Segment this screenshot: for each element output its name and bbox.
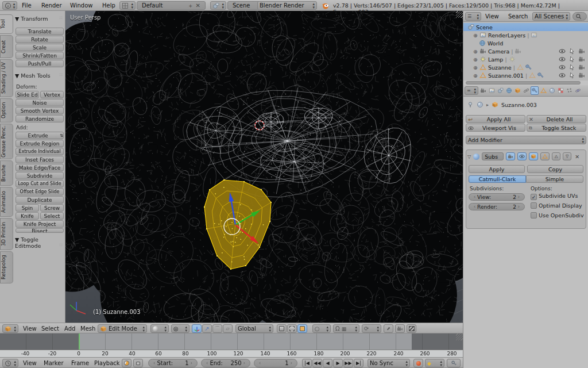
extrude-region-button[interactable]: Extrude Region [16, 140, 64, 147]
tab-constraints[interactable] [522, 86, 530, 95]
tab-particles[interactable] [565, 86, 573, 95]
bisect-button[interactable]: Bisect [16, 228, 64, 233]
opengl-render-anim-button[interactable] [407, 324, 416, 333]
menu-help[interactable]: Help [99, 0, 119, 11]
editor-type-properties-button[interactable]: ≡▴▾ [465, 86, 478, 95]
renderability-camera-icon[interactable] [578, 56, 585, 63]
layout-add-icon[interactable]: ＋ [188, 2, 194, 10]
modifier-viewport-toggle[interactable] [517, 152, 527, 160]
selectability-cursor-icon[interactable] [568, 56, 575, 63]
editor-type-3dview-button[interactable]: ▴▾ [2, 324, 18, 333]
use-opensubdiv-option[interactable]: Use OpenSubdiv [531, 212, 584, 218]
rotate-button[interactable]: Rotate [16, 36, 64, 43]
timeline-marker-menu[interactable]: Marker [40, 358, 67, 368]
subdiv-render-field[interactable]: ‹ Render:2 › [469, 203, 525, 210]
keying-set-select[interactable]: ◆▴▾ [425, 359, 444, 367]
screen-layout-field[interactable]: Default＋✕ [137, 1, 206, 10]
knife-project-button[interactable]: Knife Project [16, 220, 64, 228]
outliner-search-box[interactable] [572, 12, 587, 21]
scale-button[interactable]: Scale [16, 44, 64, 51]
layout-delete-icon[interactable]: ✕ [196, 2, 200, 9]
tab-physics[interactable] [574, 86, 582, 95]
knife-button[interactable]: Knife [16, 212, 39, 220]
loop-cut-button[interactable]: Loop Cut and Slide [16, 180, 64, 187]
vertex-slide-button[interactable]: Vertex [40, 91, 64, 98]
shelf-tab-options[interactable]: Option [0, 98, 13, 122]
modifier-apply-button[interactable]: Apply [469, 165, 525, 173]
outliner-row-suzanne001[interactable]: ⊕Suzanne.001| [463, 71, 588, 79]
render-engine-select[interactable]: Blender Render▴▾ [257, 1, 317, 10]
tab-render[interactable] [479, 86, 487, 95]
subdivide-button[interactable]: Subdivide [16, 172, 64, 179]
viewport-shading-select[interactable]: ▴▾ [150, 324, 169, 333]
modifier-cage-toggle[interactable] [540, 152, 550, 160]
tab-data[interactable] [539, 86, 547, 95]
orientation-select[interactable]: Global▴▾ [235, 324, 273, 333]
translate-button[interactable]: Translate [16, 28, 64, 35]
push-pull-button[interactable]: Push/Pull [16, 60, 64, 67]
screen-layout-icon-button[interactable]: ▴▾ [119, 1, 136, 10]
play-reverse-button[interactable]: ◀ [323, 359, 332, 367]
menu-window[interactable]: Window [67, 0, 96, 11]
modifier-name-field[interactable]: Subs [482, 152, 504, 160]
modifier-move-down-button[interactable]: ▽ [563, 152, 571, 160]
manipulator-scale-button[interactable]: ▱ [223, 324, 233, 333]
end-frame-field[interactable]: ‹ End:250 › [201, 359, 250, 367]
outliner-view-menu[interactable]: View [482, 11, 502, 22]
face-select-mode-button[interactable] [297, 324, 307, 333]
make-edge-face-button[interactable]: Make Edge/Face [16, 164, 64, 171]
editor-type-info-button[interactable]: ▴▾ [2, 1, 17, 10]
outliner-row-scene[interactable]: Scene [463, 23, 588, 31]
spin-button[interactable]: Spin [16, 204, 39, 212]
menu-file[interactable]: File [18, 0, 35, 11]
shelf-tab-create[interactable]: Creat [0, 35, 13, 58]
expand-icon[interactable]: ⊕ [473, 72, 478, 79]
renderability-camera-icon[interactable] [578, 64, 585, 71]
menu-render[interactable]: Render [38, 0, 65, 11]
timeline-ruler[interactable]: -40 -20 0 20 40 60 80 100 120 140 160 18… [0, 350, 463, 357]
select-menu[interactable]: Select [38, 323, 63, 334]
manipulator-rotate-button[interactable]: ⌒ [212, 324, 222, 333]
tab-scene[interactable] [496, 86, 504, 95]
selectability-cursor-icon[interactable] [568, 64, 575, 71]
lock-range-button[interactable] [133, 359, 143, 367]
editor-type-timeline-button[interactable]: ▴▾ [2, 359, 18, 367]
pivot-center-select[interactable]: ◎▴▾ [171, 324, 189, 333]
jump-to-start-button[interactable]: |◀ [302, 359, 312, 367]
smooth-vertex-button[interactable]: Smooth Vertex [16, 107, 64, 114]
shrink-fatten-button[interactable]: Shrink/Fatten [16, 52, 64, 59]
visibility-eye-icon[interactable] [559, 72, 566, 79]
snap-select[interactable]: Ω▦▴▾ [333, 324, 359, 333]
tab-texture[interactable] [556, 86, 564, 95]
knife-select-button[interactable]: Select [40, 212, 64, 220]
manipulator-translate-button[interactable]: ↗ [202, 324, 212, 333]
manipulator-toggle[interactable] [192, 324, 202, 333]
viewport-resize-grip[interactable] [456, 11, 463, 18]
viewport-vis-button[interactable]: Viewport Vis [466, 124, 525, 132]
timeline-resize-grip[interactable] [456, 334, 463, 340]
offset-edge-slide-button[interactable]: Offset Edge Slide [16, 188, 64, 195]
start-frame-field[interactable]: ‹ Start:1 › [148, 359, 198, 367]
stepper-arrows-icon[interactable]: ⇅ [60, 132, 63, 139]
proportional-edit-select[interactable]: ○▴▾ [312, 324, 331, 333]
timeline-view-menu[interactable]: View [20, 358, 40, 368]
mesh-tools-panel-header[interactable]: ▼ Mesh Tools∷ [15, 72, 63, 79]
toggle-editmode-panel-header[interactable]: ▼ Toggle Editmode∷ [15, 236, 63, 249]
renderability-camera-icon[interactable] [578, 72, 585, 79]
viewport-3d[interactable]: User Persp (1) Suzanne.003 Tool Creat Sh… [0, 11, 463, 323]
transform-panel-header[interactable]: ▼ Transform∷ [15, 16, 63, 22]
subdiv-view-field[interactable]: ‹ View:2 › [469, 193, 525, 201]
modifier-move-up-button[interactable]: △ [552, 152, 560, 160]
sync-mode-select[interactable]: No Sync▴▾ [368, 359, 410, 367]
selectability-cursor-icon[interactable] [568, 48, 575, 55]
renderability-camera-icon[interactable] [578, 48, 585, 55]
optimal-display-option[interactable]: Optimal Display [531, 202, 582, 209]
shelf-tab-brush[interactable]: Brushe [0, 160, 13, 186]
pin-icon[interactable] [467, 101, 474, 108]
preview-range-button[interactable] [122, 359, 131, 367]
editor-type-outliner-button[interactable]: ☰▴▾ [465, 12, 481, 21]
extrude-button[interactable]: Extrude ⇅ [16, 132, 64, 139]
copy-view-button[interactable]: ⬈ [384, 324, 393, 333]
jump-prev-keyframe-button[interactable]: ◀◀ [312, 359, 322, 367]
shelf-tab-3d-printing[interactable]: 3D Printin [0, 218, 13, 250]
